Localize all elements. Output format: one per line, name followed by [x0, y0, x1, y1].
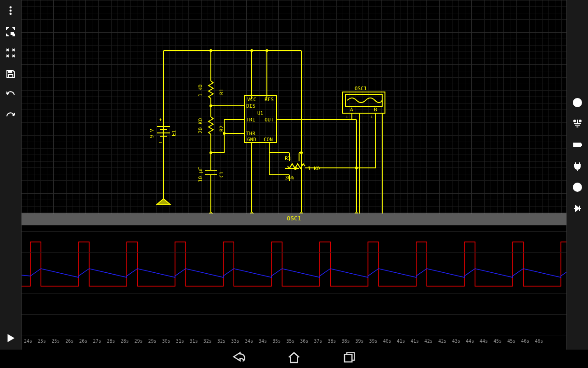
svg-point-68 [355, 167, 358, 169]
battery-ref: E1 [171, 130, 177, 136]
svg-point-63 [266, 49, 268, 52]
redo-icon[interactable] [0, 106, 21, 127]
battery-neg: – [159, 139, 162, 145]
svg-point-64 [209, 104, 212, 107]
scope-timeline: 24s25s25s26s26s27s28s28s29s29s30s31s31s3… [21, 339, 588, 347]
svg-point-9 [579, 120, 581, 122]
fit-screen-icon[interactable] [0, 42, 21, 63]
r1-ref: R1 [219, 89, 225, 95]
osc-ref: OSC1 [355, 86, 367, 92]
svg-rect-11 [581, 144, 582, 146]
play-button[interactable] [0, 328, 21, 349]
battery-pos: + [159, 117, 162, 123]
svg-point-67 [300, 151, 303, 154]
svg-point-2 [10, 13, 11, 15]
svg-text:A: A [576, 99, 580, 106]
u1-con: CON [264, 137, 273, 143]
ground-component-icon[interactable] [567, 113, 588, 134]
android-nav-bar [0, 350, 588, 368]
svg-point-65 [209, 151, 212, 154]
svg-rect-69 [345, 355, 352, 362]
u1-res: RES [265, 97, 274, 103]
u1-dis: DIS [246, 103, 255, 109]
r3-wiper: 36% [285, 175, 294, 181]
r3-value: 1 KΩ [308, 166, 320, 172]
svg-rect-53 [345, 94, 382, 106]
schematic-canvas[interactable]: + – 9 V E1 1 KΩ R1 20 KΩ R2 10 µF C1 VCC… [21, 0, 567, 213]
svg-point-61 [209, 49, 212, 52]
scope-grid [21, 224, 588, 350]
svg-rect-10 [574, 143, 581, 147]
r1-value: 1 KΩ [198, 84, 204, 97]
u1-gnd: GND [247, 137, 256, 143]
undo-icon[interactable] [0, 85, 21, 106]
ic-u1[interactable]: VCC RES DIS U1 TRI OUT THR GND CON [244, 96, 277, 143]
svg-rect-4 [8, 70, 12, 73]
u1-tri: TRI [246, 117, 255, 123]
battery-component[interactable]: + – 9 V E1 [149, 117, 177, 199]
fullscreen-icon[interactable] [0, 21, 21, 42]
osc-a: A [350, 107, 353, 113]
svg-rect-5 [8, 75, 13, 78]
potentiometer-r3[interactable]: R3 1 KΩ 36% [269, 153, 356, 181]
resistor-r2[interactable]: 20 KΩ R2 [198, 106, 225, 153]
oscilloscope-pane[interactable]: 24s25s25s26s26s27s28s28s29s29s30s31s31s3… [21, 224, 588, 350]
svg-point-8 [574, 120, 576, 122]
osc-plus-b: + [370, 114, 373, 120]
r3-ref: R3 [285, 155, 291, 161]
pane-divider[interactable]: OSC1 [21, 213, 567, 225]
scope-title: OSC1 [287, 215, 301, 222]
osc-b: B [374, 107, 377, 113]
r2-value: 20 KΩ [198, 118, 204, 133]
c1-value: 10 µF [198, 167, 204, 182]
toolbar-left [0, 0, 22, 350]
plug-icon[interactable] [567, 155, 588, 177]
svg-point-0 [10, 6, 11, 8]
menu-icon[interactable] [0, 0, 21, 21]
u1-ref: U1 [257, 110, 263, 116]
schematic-svg: + – 9 V E1 1 KΩ R1 20 KΩ R2 10 µF C1 VCC… [21, 0, 567, 213]
c1-ref: C1 [219, 172, 225, 178]
resistor-r1[interactable]: 1 KΩ R1 [198, 81, 225, 106]
battery-value: 9 V [149, 129, 155, 138]
oscilloscope-component[interactable]: OSC1 A B + + [343, 86, 385, 213]
svg-marker-48 [294, 167, 299, 170]
svg-point-1 [10, 10, 11, 12]
back-button[interactable] [232, 351, 246, 367]
capacitor-c1[interactable]: 10 µF C1 [198, 153, 225, 213]
svg-rect-3 [11, 32, 13, 34]
svg-point-66 [223, 132, 226, 135]
u1-thr: THR [246, 131, 255, 137]
ammeter-icon[interactable]: A [567, 92, 588, 113]
clock-icon[interactable] [567, 177, 588, 198]
u1-out: OUT [265, 117, 274, 123]
u1-vcc: VCC [247, 97, 256, 103]
home-button[interactable] [287, 351, 301, 367]
osc-plus-a: + [345, 114, 349, 120]
ground-icon [157, 199, 170, 204]
diode-icon[interactable] [567, 198, 588, 219]
save-icon[interactable] [0, 63, 21, 85]
svg-point-62 [250, 49, 253, 52]
recent-apps-button[interactable] [342, 351, 356, 367]
battery-component-icon[interactable] [567, 134, 588, 155]
toolbar-right: A [566, 0, 588, 350]
